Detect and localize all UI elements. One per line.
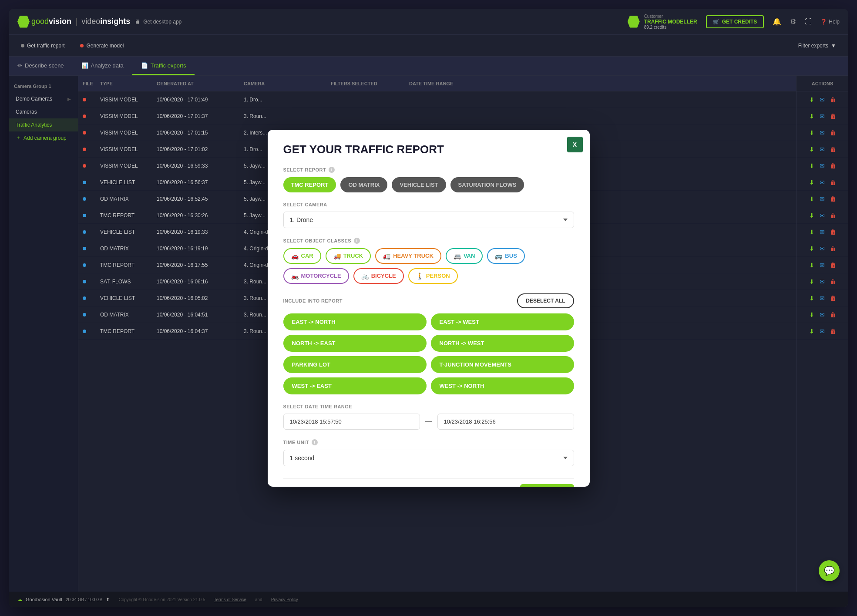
report-type-btn-tmc-report[interactable]: TMC REPORT — [283, 177, 336, 192]
time-unit-label: TIME UNIT i — [283, 439, 574, 445]
modal-title: GET YOUR TRAFFIC REPORT — [283, 143, 574, 156]
class-tag-bicycle[interactable]: 🚲BICYCLE — [353, 268, 404, 284]
date-range-label: SELECT DATE TIME RANGE — [283, 404, 574, 409]
class-tag-motorcycle[interactable]: 🏍️MOTORCYCLE — [283, 268, 349, 284]
direction-btn-east---north[interactable]: EAST -> NORTH — [283, 313, 427, 330]
report-type-btn-vehicle-list[interactable]: VEHICLE LIST — [392, 177, 446, 192]
classes-info-icon: i — [354, 238, 360, 244]
class-tag-person[interactable]: 🚶PERSON — [408, 268, 458, 284]
time-unit-select[interactable]: 1 second — [283, 450, 574, 466]
class-icon-motorcycle: 🏍️ — [291, 273, 299, 279]
direction-btn-north---west[interactable]: NORTH -> WEST — [431, 335, 574, 352]
class-label-person: PERSON — [426, 273, 450, 279]
object-classes: 🚗CAR🚚TRUCK🚛HEAVY TRUCK🚐VAN🚌BUS🏍️MOTORCYC… — [283, 248, 574, 284]
report-type-btn-saturation-flows[interactable]: SATURATION FLOWS — [450, 177, 524, 192]
class-label-bus: BUS — [505, 252, 517, 259]
class-tag-truck[interactable]: 🚚TRUCK — [326, 248, 371, 264]
class-label-truck: TRUCK — [343, 252, 363, 259]
cancel-button[interactable]: Cancel — [475, 484, 515, 487]
camera-select-row: SELECT CAMERA 1. Drone — [283, 202, 574, 228]
select-report-label: SELECT REPORT i — [283, 167, 574, 173]
deselect-all-button[interactable]: DESELECT ALL — [517, 293, 574, 308]
date-time-row: — — [283, 414, 574, 430]
date-start-input[interactable] — [283, 414, 420, 430]
select-camera-label: SELECT CAMERA — [283, 202, 574, 207]
class-label-van: VAN — [464, 252, 475, 259]
class-icon-heavy-truck: 🚛 — [383, 252, 390, 259]
class-tag-van[interactable]: 🚐VAN — [446, 248, 483, 264]
direction-btn-west---east[interactable]: WEST -> EAST — [283, 377, 427, 394]
modal-footer: Cancel Get report — [283, 478, 574, 487]
class-tag-heavy-truck[interactable]: 🚛HEAVY TRUCK — [375, 248, 441, 264]
time-unit-info-icon: i — [312, 439, 318, 445]
direction-btn-parking-lot[interactable]: PARKING LOT — [283, 356, 427, 373]
date-separator: — — [425, 417, 432, 425]
direction-btn-north---east[interactable]: NORTH -> EAST — [283, 335, 427, 352]
class-label-car: CAR — [301, 252, 313, 259]
class-tag-car[interactable]: 🚗CAR — [283, 248, 321, 264]
direction-btn-east---west[interactable]: EAST -> WEST — [431, 313, 574, 330]
class-icon-bicycle: 🚲 — [361, 273, 369, 279]
time-unit-row: TIME UNIT i 1 second — [283, 439, 574, 466]
direction-btn-t-junction-movements[interactable]: T-JUNCTION MOVEMENTS — [431, 356, 574, 373]
directions-grid: EAST -> NORTHEAST -> WESTNORTH -> EASTNO… — [283, 313, 574, 394]
modal: X GET YOUR TRAFFIC REPORT SELECT REPORT … — [268, 130, 590, 487]
date-end-input[interactable] — [437, 414, 574, 430]
class-icon-truck: 🚚 — [333, 252, 341, 259]
class-label-bicycle: BICYCLE — [371, 273, 396, 279]
class-label-heavy-truck: HEAVY TRUCK — [393, 252, 434, 259]
class-icon-person: 🚶 — [416, 273, 423, 279]
include-label: INCLUDE INTO REPORT — [283, 298, 343, 303]
get-report-button[interactable]: Get report — [520, 484, 574, 487]
include-header: INCLUDE INTO REPORT DESELECT ALL — [283, 293, 574, 308]
select-object-classes-label: SELECT OBJECT CLASSES i — [283, 238, 574, 244]
class-icon-bus: 🚌 — [495, 252, 502, 259]
report-type-btn-od-matrix[interactable]: OD MATRIX — [340, 177, 387, 192]
modal-overlay: X GET YOUR TRAFFIC REPORT SELECT REPORT … — [0, 0, 857, 616]
report-types: TMC REPORTOD MATRIXVEHICLE LISTSATURATIO… — [283, 177, 574, 192]
class-icon-van: 🚐 — [454, 252, 461, 259]
excel-icon[interactable]: X — [567, 137, 583, 152]
class-label-motorcycle: MOTORCYCLE — [301, 273, 341, 279]
class-icon-car: 🚗 — [291, 252, 299, 259]
class-tag-bus[interactable]: 🚌BUS — [487, 248, 524, 264]
direction-btn-west---north[interactable]: WEST -> NORTH — [431, 377, 574, 394]
report-info-icon: i — [329, 167, 335, 173]
camera-select[interactable]: 1. Drone — [283, 212, 574, 228]
